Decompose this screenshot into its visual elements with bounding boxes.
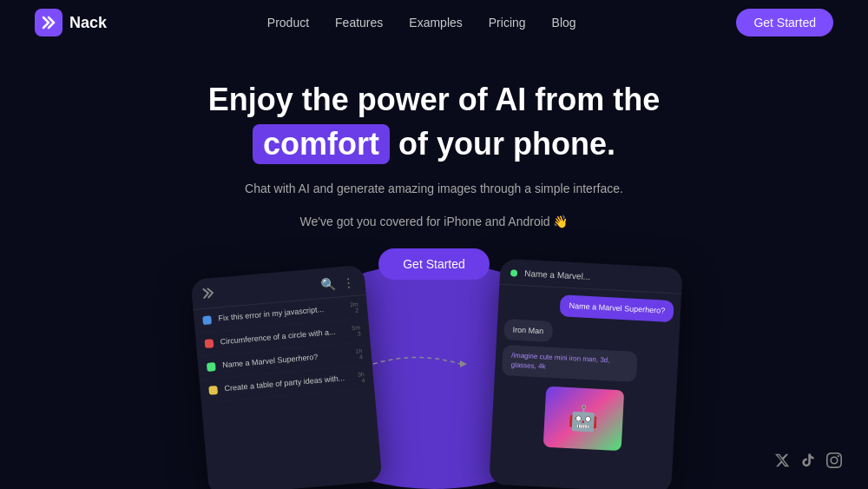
- tiktok-icon[interactable]: [800, 453, 816, 472]
- message-user: Name a Marvel Superhero?: [560, 294, 674, 321]
- logo-icon: [35, 9, 62, 36]
- chat-dot-blue: [202, 315, 212, 325]
- chat-dot-green: [207, 362, 216, 372]
- hero-section: Enjoy the power of AI from the comfort o…: [0, 45, 868, 297]
- hero-subtitle-line1: Chat with AI and generate amazing images…: [17, 179, 851, 198]
- hero-title-line1: Enjoy the power of AI from the: [17, 80, 851, 121]
- chat-item-meta: 2m 2: [350, 301, 359, 314]
- chat-dot-yellow: [208, 386, 218, 395]
- chat-item-text: Fix this error in my javascript...: [218, 303, 344, 324]
- chat-dot-red: [205, 339, 214, 348]
- chat-item-meta: 1h 4: [355, 347, 363, 360]
- nav-product[interactable]: Product: [267, 16, 309, 30]
- logo-text: Nack: [69, 14, 107, 32]
- social-icons: [774, 453, 842, 472]
- ai-generated-image: 🤖: [543, 386, 625, 451]
- dashed-arrow: [365, 347, 469, 385]
- nav-features[interactable]: Features: [335, 16, 383, 30]
- nav-cta-button[interactable]: Get Started: [736, 9, 833, 36]
- chat-item-meta: 5m 3: [352, 324, 361, 337]
- navbar: Nack Product Features Examples Pricing B…: [0, 0, 868, 45]
- hero-cta-button[interactable]: Get Started: [378, 248, 490, 280]
- chat-messages: Name a Marvel Superhero? Iron Man /imagi…: [490, 285, 681, 464]
- hero-subtitle-line2: We've got you covered for iPhone and And…: [17, 212, 851, 231]
- hero-title: Enjoy the power of AI from the comfort o…: [17, 80, 851, 165]
- message-command: /imagine cute mini iron man, 3d, glasses…: [502, 345, 638, 381]
- nav-pricing[interactable]: Pricing: [489, 16, 526, 30]
- nav-links: Product Features Examples Pricing Blog: [267, 16, 576, 30]
- hero-title-rest: of your phone.: [398, 124, 615, 165]
- chat-item-text: Circumference of a circle with a...: [220, 327, 345, 347]
- nav-examples[interactable]: Examples: [409, 16, 462, 30]
- twitter-icon[interactable]: [774, 453, 790, 472]
- logo[interactable]: Nack: [35, 9, 107, 36]
- phone-left: 🔍 ⋮ Fix this error in my javascript... 2…: [190, 265, 382, 489]
- chat-item-text: Create a table of party ideas with...: [224, 373, 352, 394]
- message-ai: Iron Man: [503, 319, 553, 342]
- svg-marker-0: [460, 360, 467, 367]
- hero-highlight: comfort: [253, 124, 390, 164]
- instagram-icon[interactable]: [826, 453, 842, 472]
- nav-blog[interactable]: Blog: [552, 16, 576, 30]
